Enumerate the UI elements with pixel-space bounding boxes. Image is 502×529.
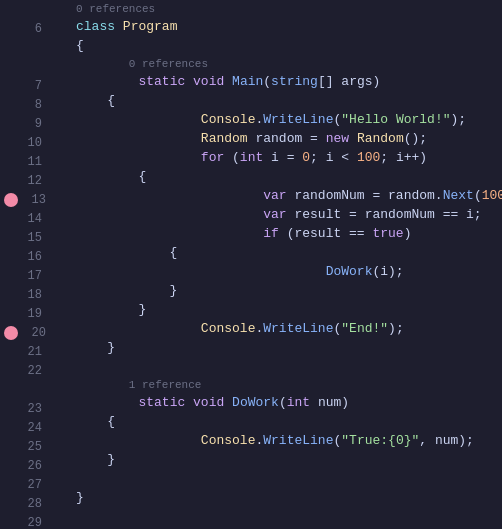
- gutter-row: 11: [0, 152, 72, 171]
- gutter-row: [0, 57, 72, 76]
- gutter-row: 6: [0, 19, 72, 38]
- gutter-row: 17: [0, 266, 72, 285]
- code-line: class Program: [72, 17, 502, 36]
- line-number: 16: [14, 250, 50, 264]
- code-line: Random random = new Random();: [72, 129, 502, 148]
- code-line: }: [72, 281, 502, 300]
- gutter-row: 14: [0, 209, 72, 228]
- line-gutter: 6789101112131415161718192021222324252627…: [0, 0, 72, 529]
- code-area: 0 referencesclass Program{ 0 references …: [72, 0, 502, 529]
- code-line: Console.WriteLine("End!");: [72, 319, 502, 338]
- code-line: 0 references: [72, 55, 502, 72]
- code-line: for (int i = 0; i < 100; i++): [72, 148, 502, 167]
- line-number: 11: [14, 155, 50, 169]
- gutter-row: 28: [0, 494, 72, 513]
- gutter-row: 25: [0, 437, 72, 456]
- breakpoint-indicator[interactable]: [4, 326, 18, 340]
- line-number: 12: [14, 174, 50, 188]
- code-editor: 6789101112131415161718192021222324252627…: [0, 0, 502, 529]
- gutter-row: 24: [0, 418, 72, 437]
- gutter-row: 23: [0, 399, 72, 418]
- line-number: 19: [14, 307, 50, 321]
- line-number: 23: [14, 402, 50, 416]
- line-number: 8: [14, 98, 50, 112]
- gutter-row: 27: [0, 475, 72, 494]
- line-number: 20: [18, 326, 54, 340]
- code-line: 0 references: [72, 0, 502, 17]
- gutter-row: 12: [0, 171, 72, 190]
- line-number: 27: [14, 478, 50, 492]
- line-number: 18: [14, 288, 50, 302]
- code-line: [72, 469, 502, 488]
- line-number: 28: [14, 497, 50, 511]
- code-line: Console.WriteLine("Hello World!");: [72, 110, 502, 129]
- gutter-row: 10: [0, 133, 72, 152]
- code-line: static void Main(string[] args): [72, 72, 502, 91]
- code-line: var result = randomNum == i;: [72, 205, 502, 224]
- gutter-row: 13: [0, 190, 72, 209]
- gutter-row: [0, 0, 72, 19]
- line-number: 13: [18, 193, 54, 207]
- line-number: 15: [14, 231, 50, 245]
- line-number: 26: [14, 459, 50, 473]
- line-number: 6: [14, 22, 50, 36]
- line-number: 10: [14, 136, 50, 150]
- code-line: }: [72, 488, 502, 507]
- gutter-row: [0, 380, 72, 399]
- code-line: Console.WriteLine("True:{0}", num);: [72, 431, 502, 450]
- line-number: 21: [14, 345, 50, 359]
- code-line: var randomNum = random.Next(100);: [72, 186, 502, 205]
- code-line: {: [72, 167, 502, 186]
- gutter-row: 8: [0, 95, 72, 114]
- code-line: }: [72, 338, 502, 357]
- line-number: 22: [14, 364, 50, 378]
- line-number: 7: [14, 79, 50, 93]
- line-number: 29: [14, 516, 50, 530]
- code-line: }: [72, 300, 502, 319]
- gutter-row: 22: [0, 361, 72, 380]
- gutter-row: 9: [0, 114, 72, 133]
- gutter-row: 26: [0, 456, 72, 475]
- code-line: static void DoWork(int num): [72, 393, 502, 412]
- code-line: 1 reference: [72, 376, 502, 393]
- code-line: [72, 507, 502, 526]
- gutter-row: 19: [0, 304, 72, 323]
- gutter-row: 20: [0, 323, 72, 342]
- code-line: {: [72, 412, 502, 431]
- line-number: 24: [14, 421, 50, 435]
- gutter-row: 15: [0, 228, 72, 247]
- code-line: DoWork(i);: [72, 262, 502, 281]
- line-number: 9: [14, 117, 50, 131]
- code-line: }: [72, 450, 502, 469]
- code-line: {: [72, 36, 502, 55]
- line-number: 17: [14, 269, 50, 283]
- gutter-row: 29: [0, 513, 72, 529]
- code-line: {: [72, 243, 502, 262]
- line-number: 14: [14, 212, 50, 226]
- gutter-row: 18: [0, 285, 72, 304]
- code-line: {: [72, 91, 502, 110]
- gutter-row: 21: [0, 342, 72, 361]
- line-number: 25: [14, 440, 50, 454]
- gutter-row: 7: [0, 76, 72, 95]
- breakpoint-indicator[interactable]: [4, 193, 18, 207]
- code-line: [72, 357, 502, 376]
- gutter-row: 16: [0, 247, 72, 266]
- code-line: if (result == true): [72, 224, 502, 243]
- gutter-row: [0, 38, 72, 57]
